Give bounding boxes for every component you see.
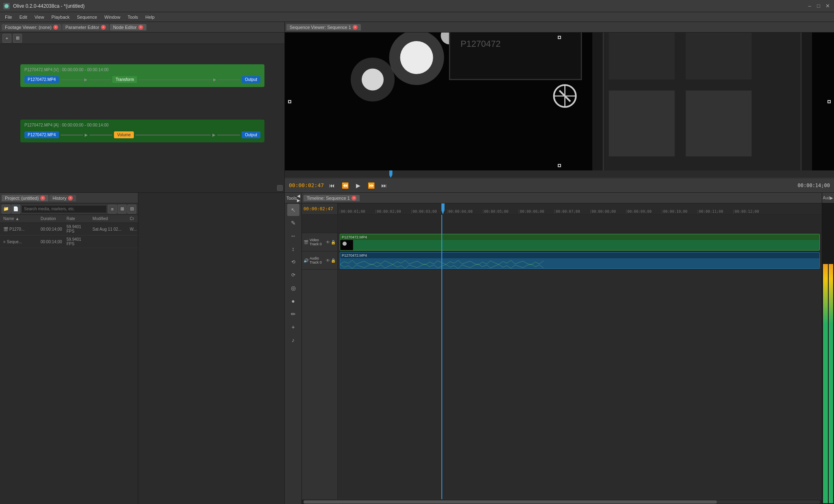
file-row-video[interactable]: 🎬 P1270... 00:00:14;00 59.9401 FPS Sat A… bbox=[0, 223, 138, 236]
tools-tab-bar: Tools ◀ ▶ bbox=[285, 193, 301, 203]
menu-window[interactable]: Window bbox=[101, 14, 124, 20]
arrow-4: ▶ bbox=[212, 133, 216, 137]
ruler-mark-4: 00:00:04;00 bbox=[447, 209, 483, 214]
tool-snap[interactable]: ● bbox=[287, 295, 299, 307]
timeline-close[interactable]: × bbox=[352, 196, 356, 201]
tool-roll[interactable]: ⟳ bbox=[287, 269, 299, 281]
node-volume-label: Volume bbox=[117, 133, 131, 137]
tool-ripple[interactable]: ↔ bbox=[287, 230, 299, 242]
tab-sequence-viewer[interactable]: Sequence Viewer: Sequence 1 × bbox=[286, 24, 361, 31]
tool-razor[interactable]: ◎ bbox=[287, 282, 299, 294]
footage-viewer-label: Footage Viewer: (none) bbox=[5, 25, 52, 30]
tool-add[interactable]: ✏ bbox=[287, 308, 299, 320]
transform-handle-top[interactable] bbox=[558, 36, 561, 39]
viewer-timecode[interactable]: 00:00:02:47 bbox=[289, 182, 324, 188]
file-modified-sequence bbox=[91, 241, 128, 242]
tab-node-editor[interactable]: Node Editor × bbox=[110, 24, 146, 31]
video-content: P1270472 bbox=[285, 33, 834, 170]
track-audio-icon: 🔊 bbox=[303, 258, 308, 263]
node-editor-close[interactable]: × bbox=[138, 25, 143, 30]
node-output-audio[interactable]: Output bbox=[242, 131, 260, 138]
viewer-scrubber[interactable] bbox=[285, 170, 834, 178]
tab-project[interactable]: Project: (untitled) × bbox=[2, 195, 48, 201]
col-modified[interactable]: Modified bbox=[91, 216, 128, 222]
ruler-mark-6: 00:00:06;00 bbox=[519, 209, 555, 214]
step-forward-button[interactable]: ⏩ bbox=[366, 181, 376, 190]
sequence-viewer-close[interactable]: × bbox=[353, 25, 358, 30]
node-transform[interactable]: Transform bbox=[112, 76, 137, 83]
transform-handle-left[interactable] bbox=[288, 100, 291, 103]
node-view-button[interactable]: ⊞ bbox=[13, 34, 22, 43]
tool-slip[interactable]: ↕ bbox=[287, 243, 299, 255]
menu-file[interactable]: File bbox=[2, 14, 15, 20]
step-back-button[interactable]: ⏪ bbox=[340, 181, 350, 190]
grid-view-button[interactable]: ⊟ bbox=[127, 205, 136, 214]
video-track-lane[interactable]: P1270472.MP4 bbox=[338, 233, 822, 251]
project-close[interactable]: × bbox=[40, 196, 45, 201]
menu-help[interactable]: Help bbox=[142, 14, 158, 20]
node-source-video[interactable]: P1270472.MP4 bbox=[24, 76, 59, 83]
app-title: Olive 0.2.0-442038ca - *(untitled) bbox=[13, 3, 85, 9]
menu-tools[interactable]: Tools bbox=[124, 14, 142, 20]
video-clip[interactable]: P1270472.MP4 bbox=[340, 234, 820, 251]
tool-pointer[interactable]: ↖ bbox=[287, 204, 299, 216]
transform-handle-bottom[interactable] bbox=[558, 164, 561, 167]
track-audio-lock-icon[interactable]: 🔒 bbox=[331, 258, 336, 263]
new-item-button[interactable]: 📄 bbox=[11, 205, 20, 214]
search-input[interactable] bbox=[21, 205, 107, 213]
minimize-button[interactable]: – bbox=[806, 3, 813, 9]
file-row-sequence[interactable]: ≡ Seque... 00:00:14;00 59.9401 FPS bbox=[0, 236, 138, 248]
transform-handle-right[interactable] bbox=[827, 100, 831, 103]
parameter-editor-label: Parameter Editor bbox=[65, 25, 99, 30]
node-volume[interactable]: Volume bbox=[114, 131, 134, 138]
maximize-button[interactable]: □ bbox=[815, 3, 822, 9]
menu-playback[interactable]: Playback bbox=[48, 14, 73, 20]
timeline-scrollbar[interactable] bbox=[302, 499, 822, 504]
svg-text:P1270472: P1270472 bbox=[461, 38, 500, 48]
connector-6 bbox=[217, 135, 240, 135]
track-audio-eye-icon[interactable]: 👁 bbox=[326, 258, 330, 263]
close-button[interactable]: ✕ bbox=[824, 3, 831, 9]
scrollbar-thumb[interactable] bbox=[303, 500, 717, 504]
node-source-audio[interactable]: P1270472.MP4 bbox=[24, 131, 59, 138]
audio-clip[interactable]: P1270472.MP4 bbox=[340, 252, 820, 269]
play-button[interactable]: ▶ bbox=[353, 181, 363, 190]
new-folder-button[interactable]: 📁 bbox=[2, 205, 11, 214]
details-view-button[interactable]: ⊞ bbox=[118, 205, 127, 214]
footage-viewer-close[interactable]: × bbox=[53, 25, 58, 30]
parameter-editor-close[interactable]: × bbox=[101, 25, 106, 30]
col-duration[interactable]: Duration bbox=[39, 216, 65, 222]
track-label-video: 🎬 Video Track 0 👁 🔒 bbox=[302, 233, 337, 251]
connector-1 bbox=[61, 79, 83, 80]
track-lock-icon[interactable]: 🔒 bbox=[331, 240, 336, 244]
tool-edit[interactable]: ✎ bbox=[287, 217, 299, 229]
tool-zoom-add[interactable]: + bbox=[287, 321, 299, 333]
audio-track-lane[interactable]: P1270472.MP4 bbox=[338, 251, 822, 270]
tab-footage-viewer[interactable]: Footage Viewer: (none) × bbox=[2, 24, 61, 31]
history-close[interactable]: × bbox=[68, 196, 73, 201]
audio-meter-expand[interactable]: ▶ bbox=[830, 196, 833, 200]
tab-history[interactable]: History × bbox=[49, 195, 76, 201]
go-to-end-button[interactable]: ⏭ bbox=[379, 181, 389, 190]
menu-sequence[interactable]: Sequence bbox=[74, 14, 100, 20]
tab-timeline[interactable]: Timeline: Sequence 1 × bbox=[303, 195, 360, 201]
track-eye-icon[interactable]: 👁 bbox=[326, 240, 330, 244]
menu-edit[interactable]: Edit bbox=[16, 14, 31, 20]
node-output-video[interactable]: Output bbox=[242, 76, 260, 83]
tool-slip2[interactable]: ⟲ bbox=[287, 256, 299, 268]
timeline-ruler[interactable]: 00:00:01;00 00:00:02;00 00:00:03;00 00:0… bbox=[338, 203, 822, 214]
track-audio-controls: 👁 🔒 bbox=[326, 258, 336, 263]
title-bar: Olive 0.2.0-442038ca - *(untitled) – □ ✕ bbox=[0, 0, 834, 12]
timeline-timecode[interactable]: 00:00:02:47 bbox=[303, 206, 333, 212]
col-rate[interactable]: Rate bbox=[65, 216, 91, 222]
tool-audio[interactable]: ♪ bbox=[287, 334, 299, 346]
project-panel: Project: (untitled) × History × 📁 📄 ≡ ⊞ … bbox=[0, 193, 138, 504]
sequence-viewer: Sequence Viewer: Sequence 1 × bbox=[285, 22, 834, 193]
tools-expand[interactable]: ◀ ▶ bbox=[297, 194, 300, 203]
tab-parameter-editor[interactable]: Parameter Editor × bbox=[62, 24, 109, 31]
go-to-start-button[interactable]: ⏮ bbox=[327, 181, 337, 190]
add-node-button[interactable]: + bbox=[2, 34, 11, 43]
list-view-button[interactable]: ≡ bbox=[108, 205, 117, 214]
col-name[interactable]: Name ▲ bbox=[2, 216, 39, 222]
menu-view[interactable]: View bbox=[31, 14, 48, 20]
